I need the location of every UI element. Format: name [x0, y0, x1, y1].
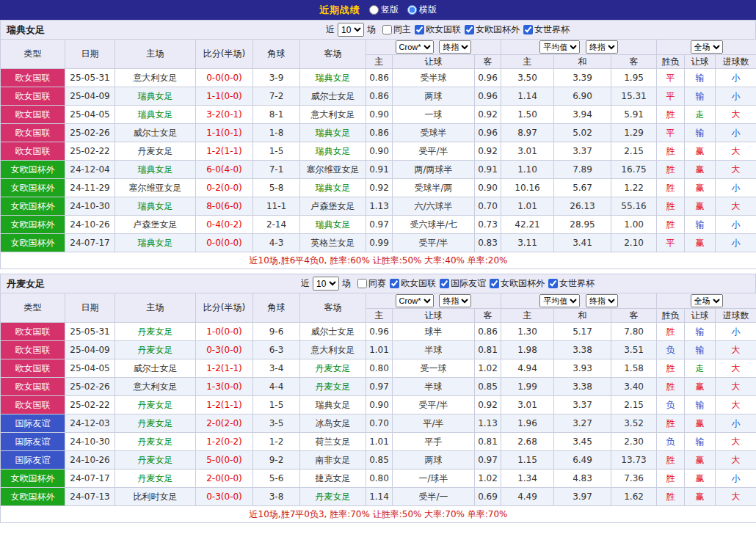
match-count-select[interactable]: 10: [313, 277, 339, 291]
data-cell: 0.90: [366, 142, 393, 161]
data-cell: 0.85: [366, 451, 393, 470]
result-cell: 平: [657, 234, 685, 252]
team-section-sweden: 瑞典女足 近 10 场 同主欧女国联女欧国杯外女世界杯 类型 日期 主场 比: [0, 20, 756, 269]
filter-checkbox-input[interactable]: [390, 279, 399, 288]
score-cell: 8-0(6-0): [196, 197, 253, 216]
data-cell: 1.13: [475, 414, 501, 433]
score-cell: 6-0(4-0): [196, 161, 253, 179]
filter-checkbox[interactable]: 女世界杯: [548, 277, 595, 290]
data-cell: 0.91: [366, 161, 393, 179]
layout-radio-horizontal[interactable]: 横版: [407, 4, 437, 16]
data-cell: 1.58: [611, 359, 657, 378]
filter-checkbox[interactable]: 女世界杯: [523, 23, 570, 36]
filter-checkbox-input[interactable]: [523, 25, 533, 34]
col-header-result: 胜负: [657, 55, 685, 69]
result-cell: 胜: [657, 451, 685, 470]
score-cell: 3-2(0-1): [196, 106, 253, 124]
data-cell: 10.16: [501, 179, 554, 197]
bookmaker-select[interactable]: Crow*: [396, 294, 434, 307]
result-cell: 赢: [685, 179, 716, 197]
filter-checkbox-input[interactable]: [548, 279, 558, 288]
home-team-cell: 丹麦女足: [115, 451, 196, 470]
match-row: 欧女国联25-05-31丹麦女足1-0(0-0)9-6威尔士女足0.96球半0.…: [1, 323, 756, 341]
filter-checkbox-input[interactable]: [465, 25, 474, 34]
data-cell: 3.38: [554, 341, 611, 359]
horizontal-radio-input[interactable]: [407, 5, 417, 15]
away-team-cell: 英格兰女足: [300, 234, 366, 252]
bookmaker-select[interactable]: Crow*: [396, 40, 434, 54]
col-header-ah-result: 让球: [685, 55, 716, 69]
filter-checkbox-label: 同主: [393, 23, 411, 36]
league-badge: 欧女国联: [1, 124, 65, 142]
data-cell: 0.80: [366, 470, 393, 488]
europe-source-select[interactable]: 平均值: [539, 294, 580, 307]
result-cell: 小: [716, 69, 756, 87]
handicap-time-select[interactable]: 终指: [439, 294, 471, 307]
europe-time-select[interactable]: 终指: [586, 294, 618, 307]
match-count-select[interactable]: 10: [338, 23, 364, 37]
filter-checkbox[interactable]: 同主: [382, 23, 411, 36]
result-cell: 输: [685, 69, 716, 87]
data-cell: 7.80: [611, 323, 657, 341]
results-table: 类型 日期 主场 比分(半场) 角球 客场 Crow* 终指 平均值 终指: [0, 293, 756, 523]
league-badge: 女欧国杯外: [1, 234, 65, 252]
match-row: 女欧国杯外24-10-30瑞典女足8-0(6-0)11-1卢森堡女足1.13六/…: [1, 197, 756, 216]
handicap-time-select[interactable]: 终指: [439, 40, 471, 54]
away-team-cell: 丹麦女足: [300, 378, 366, 396]
filter-checkbox[interactable]: 女欧国杯外: [465, 23, 520, 36]
data-cell: 0.83: [475, 234, 501, 252]
result-cell: 胜: [657, 106, 685, 124]
filter-checkbox[interactable]: 欧女国联: [415, 23, 461, 36]
result-cell: 输: [685, 396, 716, 414]
filter-checkbox-input[interactable]: [415, 25, 424, 34]
europe-source-select[interactable]: 平均值: [539, 40, 580, 54]
col-header-away: 客场: [300, 293, 366, 323]
result-cell: 输: [685, 216, 716, 234]
filter-checkbox-input[interactable]: [382, 25, 392, 34]
filter-checkbox[interactable]: 国际友谊: [440, 277, 486, 290]
data-cell: 0.85: [475, 378, 501, 396]
result-cell: 大: [716, 488, 756, 506]
data-cell: 11-1: [253, 197, 300, 216]
col-header-eu-home: 主: [501, 309, 554, 323]
result-group: 全场: [657, 293, 756, 309]
filter-checkbox-input[interactable]: [357, 279, 367, 288]
scope-select[interactable]: 全场: [691, 40, 723, 54]
data-cell: 两球: [393, 87, 475, 106]
match-row: 欧女国联25-02-26威尔士女足1-1(0-1)1-8瑞典女足0.86受球半0…: [1, 124, 756, 142]
league-badge: 欧女国联: [1, 142, 65, 161]
data-cell: 3.50: [501, 69, 554, 87]
filter-checkbox-input[interactable]: [440, 279, 449, 288]
data-cell: 24-07-13: [65, 488, 115, 506]
data-cell: 24-07-17: [65, 234, 115, 252]
scope-select[interactable]: 全场: [691, 294, 723, 307]
filter-checkbox[interactable]: 同赛: [357, 277, 386, 290]
score-cell: 0-2(0-0): [196, 179, 253, 197]
filter-checkbox[interactable]: 欧女国联: [390, 277, 436, 290]
europe-time-select[interactable]: 终指: [586, 40, 618, 54]
result-cell: 赢: [685, 142, 716, 161]
result-cell: 赢: [685, 378, 716, 396]
data-cell: 3.37: [554, 142, 611, 161]
result-cell: 平: [657, 87, 685, 106]
data-cell: 3.45: [554, 433, 611, 451]
summary-line: 近10场,胜6平4负0, 胜率:60% 让胜率:50% 大率:40% 单率:20…: [1, 252, 756, 269]
vertical-radio-input[interactable]: [369, 5, 379, 15]
home-team-cell: 丹麦女足: [115, 470, 196, 488]
layout-radio-vertical[interactable]: 竖版: [369, 4, 399, 16]
data-cell: 6.49: [554, 451, 611, 470]
result-cell: 平: [657, 69, 685, 87]
home-team-cell: 丹麦女足: [115, 323, 196, 341]
filter-checkbox[interactable]: 女欧国杯外: [490, 277, 545, 290]
data-cell: 24-07-17: [65, 470, 115, 488]
data-cell: 24-12-04: [65, 161, 115, 179]
data-cell: 26.13: [554, 197, 611, 216]
data-cell: 25-02-22: [65, 396, 115, 414]
col-header-ah-away: 客: [475, 55, 501, 69]
away-team-cell: 威尔士女足: [300, 87, 366, 106]
data-cell: 六/六球半: [393, 197, 475, 216]
away-team-cell: 丹麦女足: [300, 488, 366, 506]
data-cell: 0.86: [366, 124, 393, 142]
result-cell: 胜: [657, 161, 685, 179]
filter-checkbox-input[interactable]: [490, 279, 499, 288]
